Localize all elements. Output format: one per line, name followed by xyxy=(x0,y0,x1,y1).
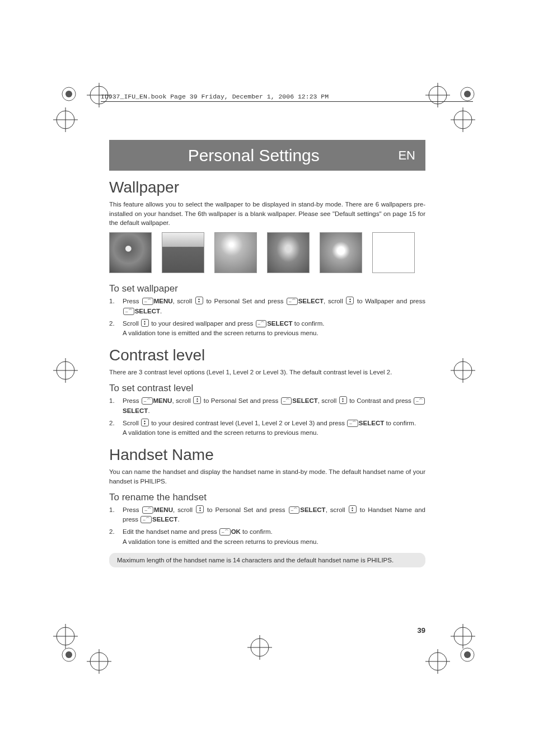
nav-key-icon xyxy=(141,319,149,327)
print-header-line: ID937_IFU_EN.book Page 39 Friday, Decemb… xyxy=(101,93,473,102)
softkey-icon xyxy=(281,397,292,405)
nav-key-icon xyxy=(349,505,357,513)
softkey-icon xyxy=(287,298,298,305)
crosshair-icon xyxy=(53,624,78,649)
wallpaper-thumb-4 xyxy=(267,232,310,273)
nav-key-icon xyxy=(141,419,149,426)
wallpaper-steps: Press MENU, scroll to Personal Set and p… xyxy=(109,297,425,339)
wallpaper-thumb-3 xyxy=(214,232,257,273)
nav-key-icon xyxy=(195,297,203,304)
page-number: 39 xyxy=(418,626,425,635)
softkey-icon xyxy=(347,420,358,427)
wallpaper-sub-heading: To set wallpaper xyxy=(109,283,425,294)
handset-intro: You can name the handset and display the… xyxy=(109,467,425,486)
softkey-icon xyxy=(142,298,153,305)
wallpaper-thumb-2 xyxy=(162,232,204,273)
handset-steps: Press MENU, scroll to Personal Set and p… xyxy=(109,505,425,547)
crosshair-icon xyxy=(425,649,450,674)
contrast-sub-heading: To set contrast level xyxy=(109,383,425,394)
softkey-icon xyxy=(256,320,267,327)
softkey-icon xyxy=(219,528,231,536)
softkey-icon xyxy=(414,397,425,405)
svg-point-1 xyxy=(65,91,72,97)
wallpaper-intro: This feature allows you to select the wa… xyxy=(109,200,425,228)
section-heading-handset: Handset Name xyxy=(109,446,425,464)
section-heading-contrast: Contrast level xyxy=(109,346,425,364)
handset-step-1: Press MENU, scroll to Personal Set and p… xyxy=(109,505,425,525)
wallpaper-step-1: Press MENU, scroll to Personal Set and p… xyxy=(109,297,425,317)
registration-mark-icon xyxy=(459,646,476,663)
registration-mark-icon xyxy=(60,646,77,663)
contrast-steps: Press MENU, scroll to Personal Set and p… xyxy=(109,396,425,438)
crosshair-icon xyxy=(53,358,78,383)
nav-key-icon xyxy=(196,505,204,513)
svg-point-5 xyxy=(464,91,471,97)
crosshair-icon xyxy=(247,635,272,660)
wallpaper-thumb-1 xyxy=(109,232,152,273)
wallpaper-thumb-6-blank xyxy=(372,232,415,273)
softkey-icon xyxy=(140,516,152,523)
handset-step-2: Edit the handset name and press OK to co… xyxy=(109,527,425,547)
handset-note: Maximum length of the handset name is 14… xyxy=(109,553,425,567)
crosshair-icon xyxy=(451,107,475,132)
wallpaper-thumbnails xyxy=(109,232,425,273)
section-heading-wallpaper: Wallpaper xyxy=(109,179,425,196)
crosshair-icon xyxy=(53,107,78,132)
page-title: Personal Settings xyxy=(109,146,398,165)
nav-key-icon xyxy=(339,396,347,404)
nav-key-icon xyxy=(193,396,201,404)
nav-key-icon xyxy=(346,297,354,304)
softkey-icon xyxy=(142,397,153,405)
title-bar: Personal Settings EN xyxy=(109,140,425,171)
page-content: Personal Settings EN Wallpaper This feat… xyxy=(109,140,425,567)
language-badge: EN xyxy=(398,148,415,163)
contrast-step-1: Press MENU, scroll to Personal Set and p… xyxy=(109,396,425,416)
svg-point-3 xyxy=(65,651,72,658)
wallpaper-step-2: Scroll to your desired wallpaper and pre… xyxy=(109,319,425,339)
contrast-intro: There are 3 contrast level options (Leve… xyxy=(109,368,425,377)
wallpaper-thumb-5 xyxy=(320,232,362,273)
crosshair-icon xyxy=(451,358,475,383)
softkey-icon xyxy=(123,308,134,315)
svg-point-7 xyxy=(464,651,471,658)
softkey-icon xyxy=(142,506,153,514)
crosshair-icon xyxy=(451,624,475,649)
handset-sub-heading: To rename the handset xyxy=(109,492,425,503)
crosshair-icon xyxy=(425,83,450,107)
softkey-icon xyxy=(289,506,300,514)
crosshair-icon xyxy=(87,83,111,107)
contrast-step-2: Scroll to your desired contrast level (L… xyxy=(109,419,425,439)
registration-mark-icon xyxy=(60,86,77,102)
crosshair-icon xyxy=(87,649,111,674)
registration-mark-icon xyxy=(459,86,476,102)
